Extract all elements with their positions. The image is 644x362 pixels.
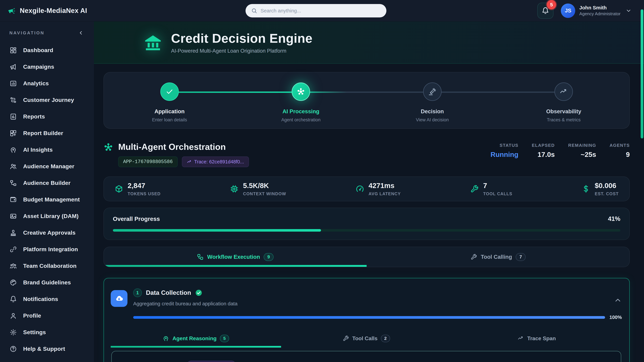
sidebar-item-label: Customer Journey xyxy=(23,97,74,103)
stamp-icon xyxy=(10,229,17,236)
data-collection-card: 1 Data Collection Aggregating credit bur… xyxy=(104,278,630,362)
sidebar-item-label: AI Insights xyxy=(23,146,53,153)
metric-label: TOKENS USED xyxy=(128,191,161,196)
collection-progress-fill xyxy=(133,316,605,319)
sidebar-item-settings[interactable]: Settings xyxy=(0,324,94,341)
stat-agents: AGENTS9 xyxy=(610,143,630,159)
hub-icon xyxy=(292,82,310,101)
chevron-down-icon xyxy=(626,8,632,14)
page-header: Credit Decision Engine AI-Powered Multi-… xyxy=(94,21,644,64)
notifications-button[interactable]: 5 xyxy=(537,3,554,19)
tab-label: Tool Calling xyxy=(481,254,512,260)
package-icon xyxy=(114,185,123,193)
metric-value: $0.006 xyxy=(595,182,619,190)
notification-badge: 5 xyxy=(547,0,556,9)
sidebar-item-help-support[interactable]: Help & Support xyxy=(0,341,94,357)
analytics-icon xyxy=(10,80,17,87)
stat-label: STATUS xyxy=(490,143,518,148)
sidebar-item-brand-guidelines[interactable]: Brand Guidelines xyxy=(0,274,94,291)
step-ai-processing[interactable]: AI ProcessingAgent orchestration xyxy=(235,82,367,122)
sidebar-item-label: Asset Library (DAM) xyxy=(23,213,79,219)
sidebar-item-analytics[interactable]: Analytics xyxy=(0,75,94,92)
trace-badge[interactable]: Trace: 62ce891d48f0... xyxy=(182,157,249,167)
search-bar[interactable] xyxy=(246,4,386,17)
agent-tab-agent-reasoning[interactable]: Agent Reasoning5 xyxy=(111,329,281,348)
tab-label: Agent Reasoning xyxy=(172,335,216,342)
trend-icon xyxy=(518,335,524,342)
reports-icon xyxy=(10,113,17,120)
collection-progress-percent: 100% xyxy=(610,315,622,320)
sidebar-item-ai-insights[interactable]: AI Insights xyxy=(0,141,94,158)
metric-tokens-used: 2,847TOKENS USED xyxy=(114,182,161,196)
tab-count-badge: 2 xyxy=(381,335,390,342)
sidebar-collapse-button[interactable] xyxy=(76,28,86,37)
sidebar-item-audience-builder[interactable]: Audience Builder xyxy=(0,175,94,191)
check-circle-icon xyxy=(195,289,202,297)
cloud-download-tile xyxy=(111,290,128,307)
step-decision[interactable]: DecisionView AI decision xyxy=(366,82,498,122)
tab-tool-calling[interactable]: Tool Calling7 xyxy=(366,247,630,267)
megaphone-icon xyxy=(10,63,17,70)
sidebar-item-asset-library-dam[interactable]: Asset Library (DAM) xyxy=(0,208,94,224)
agent-tab-tool-calls[interactable]: Tool Calls2 xyxy=(281,329,452,348)
agent-tab-trace-span[interactable]: Trace Span xyxy=(452,329,622,348)
sidebar-item-report-builder[interactable]: Report Builder xyxy=(0,125,94,141)
step-sublabel: View AI decision xyxy=(416,117,449,122)
tab-count-badge: 9 xyxy=(264,253,274,261)
org-chart-icon xyxy=(10,179,17,187)
sidebar-item-campaigns[interactable]: Campaigns xyxy=(0,58,94,75)
workflow-icon xyxy=(197,254,204,260)
metric-value: 4271ms xyxy=(368,182,401,190)
sidebar-item-creative-approvals[interactable]: Creative Approvals xyxy=(0,224,94,241)
bank-icon xyxy=(144,33,162,52)
step-label: Observability xyxy=(546,108,581,115)
avatar: JS xyxy=(561,3,575,18)
agent-panel: Data Collection Agent claude-3-5-sonnet … xyxy=(111,351,621,362)
sidebar-item-profile[interactable]: Profile xyxy=(0,307,94,324)
hub-icon xyxy=(104,142,113,152)
sidebar-item-customer-journey[interactable]: Customer Journey xyxy=(0,92,94,108)
tab-label: Trace Span xyxy=(527,335,556,342)
sidebar-item-label: Platform Integration xyxy=(23,246,78,253)
sidebar-item-reports[interactable]: Reports xyxy=(0,108,94,125)
sidebar-item-budget-management[interactable]: Budget Management xyxy=(0,191,94,208)
scrollbar-thumb[interactable] xyxy=(641,9,643,138)
sidebar-item-audience-manager[interactable]: Audience Manager xyxy=(0,158,94,175)
chevron-up-icon[interactable] xyxy=(614,296,622,304)
search-input[interactable] xyxy=(260,8,381,13)
sidebar-item-platform-integration[interactable]: Platform Integration xyxy=(0,241,94,258)
metric-label: CONTEXT WINDOW xyxy=(243,191,286,196)
page-scrollbar[interactable] xyxy=(641,0,643,362)
step-sublabel: Agent orchestration xyxy=(281,117,320,122)
top-bar: Nexgile-MediaNex AI 5 JS John Smith Agen… xyxy=(0,0,644,21)
user-menu[interactable]: JS John Smith Agency Administrator xyxy=(561,3,632,18)
metric-label: TOOL CALLS xyxy=(483,191,512,196)
help-icon xyxy=(10,346,17,353)
tab-workflow-execution[interactable]: Workflow Execution9 xyxy=(104,247,366,267)
stat-value: 17.0s xyxy=(532,151,555,159)
sidebar-item-label: Help & Support xyxy=(23,346,65,352)
wrench-icon xyxy=(470,254,477,260)
link-icon xyxy=(10,246,17,253)
metric-value: 5.5K/8K xyxy=(243,182,286,190)
agent-detail-tabs: Agent Reasoning5Tool Calls2Trace Span xyxy=(111,329,622,348)
sidebar-item-notifications[interactable]: Notifications xyxy=(0,291,94,307)
journey-icon xyxy=(10,96,17,104)
tab-count-badge: 5 xyxy=(220,335,229,342)
metric-est-cost: $0.006EST. COST xyxy=(582,182,619,196)
metrics-row: 2,847TOKENS USED5.5K/8KCONTEXT WINDOW427… xyxy=(104,176,630,201)
step-observability[interactable]: ObservabilityTraces & metrics xyxy=(498,82,630,122)
metric-value: 2,847 xyxy=(128,182,161,190)
sidebar-item-label: Profile xyxy=(23,312,41,319)
stat-elapsed: ELAPSED17.0s xyxy=(532,143,555,159)
sidebar-item-label: Audience Builder xyxy=(23,180,70,186)
step-sublabel: Enter loan details xyxy=(152,117,187,122)
step-application[interactable]: ApplicationEnter loan details xyxy=(104,82,235,122)
sidebar-item-team-collaboration[interactable]: Team Collaboration xyxy=(0,258,94,274)
sidebar-item-dashboard[interactable]: Dashboard xyxy=(0,42,94,58)
sidebar-item-label: Settings xyxy=(23,329,46,336)
wrench-icon xyxy=(470,185,479,193)
sidebar-item-label: Report Builder xyxy=(23,130,63,136)
head-icon xyxy=(163,335,169,342)
search-icon xyxy=(251,7,257,14)
